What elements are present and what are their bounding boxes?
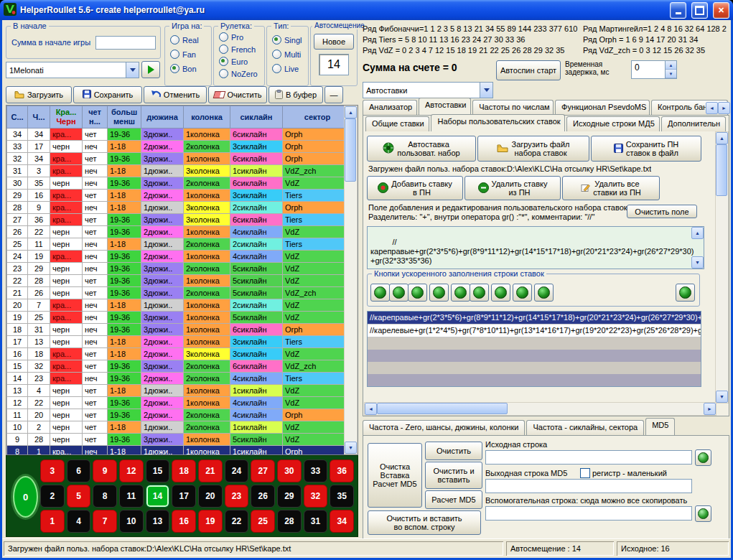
- load-button[interactable]: Загрузить: [6, 86, 72, 103]
- scroll-thumb[interactable]: [716, 144, 727, 196]
- board-number-31[interactable]: 31: [304, 510, 328, 533]
- board-number-27[interactable]: 27: [251, 459, 275, 482]
- spin-row[interactable]: 2419кра...неч19-362дюжи..1колонка4сиклай…: [7, 251, 353, 263]
- spin-row[interactable]: 1713черннеч1-182дюжи..1колонка3сиклайнTi…: [7, 336, 353, 348]
- spin-row[interactable]: 1120чернчет19-362дюжи..2колонка4сиклайнO…: [7, 409, 353, 421]
- board-number-14[interactable]: 14: [146, 485, 170, 508]
- undo-button[interactable]: Отменить: [144, 86, 207, 103]
- aux-string-input[interactable]: [485, 506, 692, 521]
- spin-row[interactable]: 2736кра...чет19-363дюжи..3колонка6сиклай…: [7, 214, 353, 226]
- spin-row[interactable]: 1423кра...неч19-362дюжи..2колонка4сиклай…: [7, 373, 353, 385]
- board-number-22[interactable]: 22: [225, 510, 249, 533]
- board-number-32[interactable]: 32: [304, 485, 328, 508]
- subtab-iskhodnye-stroki-md5[interactable]: Исходные строки МД5: [566, 116, 660, 131]
- subtab-dopolnitelno[interactable]: Дополнительн: [661, 116, 726, 131]
- scroll-up-icon[interactable]: [345, 106, 357, 118]
- spin-down-icon[interactable]: ▼: [666, 70, 676, 78]
- board-number-21[interactable]: 21: [198, 459, 223, 482]
- subtab-nabory-stavok[interactable]: Наборы пользовательских ставок: [431, 114, 565, 131]
- board-number-0[interactable]: 0: [13, 476, 38, 518]
- quick-fill-button[interactable]: [470, 284, 489, 302]
- radio-euro[interactable]: Euro: [219, 57, 248, 66]
- scroll-down-icon[interactable]: [345, 442, 357, 454]
- clear-field-button[interactable]: Очистить поле: [627, 205, 697, 218]
- spin-row[interactable]: 313кра...неч1-181дюжи..3колонка1сиклайнV…: [7, 165, 353, 177]
- board-number-16[interactable]: 16: [172, 510, 196, 533]
- spin-row[interactable]: 1831черннеч19-363дюжи..1колонка6сиклайнO…: [7, 324, 353, 336]
- bet-set-row[interactable]: //кареправые+gr(2*3*5*6)+gr(8*9*11*12)+g…: [368, 312, 701, 325]
- save-bet-file-button[interactable]: Сохранить ПН ставок в файл: [591, 136, 701, 162]
- board-number-28[interactable]: 28: [277, 510, 302, 533]
- md5-clear-paste-button[interactable]: Очистить и вставить: [425, 462, 482, 489]
- spin-row[interactable]: 1925кра...неч19-363дюжи..1колонка5сиклай…: [7, 312, 353, 324]
- quick-fill-button[interactable]: [534, 284, 554, 302]
- board-number-2[interactable]: 2: [40, 485, 65, 508]
- board-number-17[interactable]: 17: [172, 485, 196, 508]
- freqtab-md5[interactable]: MD5: [645, 418, 675, 435]
- table-vscrollbar[interactable]: [344, 106, 358, 454]
- spin-up-icon[interactable]: ▲: [666, 61, 676, 70]
- textarea-scroll-up-icon[interactable]: [691, 227, 704, 239]
- quick-fill-button[interactable]: [451, 284, 470, 302]
- board-number-23[interactable]: 23: [225, 485, 249, 508]
- load-bet-file-button[interactable]: Загрузить файл набора ставок: [477, 136, 589, 162]
- board-number-11[interactable]: 11: [119, 485, 144, 508]
- source-copy-button[interactable]: [695, 449, 711, 466]
- scroll-left-icon[interactable]: [365, 403, 377, 415]
- spin-row[interactable]: 1222чернчет19-362дюжи..1колонка4сиклайнV…: [7, 397, 353, 409]
- clear-paste-aux-button[interactable]: Очистить и вставить во вспом. строку: [368, 510, 481, 535]
- spin-row[interactable]: 289кра...неч1-181дюжи..3колонка2сиклайнO…: [7, 202, 353, 214]
- spin-row[interactable]: 928чернчет19-363дюжи..1колонка5сиклайнVd…: [7, 434, 353, 446]
- radio-nozero[interactable]: NoZero: [219, 69, 258, 78]
- board-number-12[interactable]: 12: [119, 459, 144, 482]
- panel-hscrollbar[interactable]: [364, 402, 716, 416]
- board-number-10[interactable]: 10: [119, 510, 144, 533]
- start-sum-input[interactable]: [95, 36, 156, 50]
- source-string-input[interactable]: [485, 450, 692, 465]
- spin-row[interactable]: 2622чернчет19-362дюжи..1колонка4сиклайнV…: [7, 226, 353, 238]
- spin-row[interactable]: 2916кра...чет1-182дюжи..1колонка3сиклайн…: [7, 190, 353, 202]
- clear-button[interactable]: Очистить: [208, 86, 267, 103]
- board-number-4[interactable]: 4: [67, 510, 91, 533]
- board-number-33[interactable]: 33: [304, 459, 328, 482]
- tabs-scroll-right-icon[interactable]: [718, 102, 730, 114]
- minimize-button[interactable]: [670, 2, 686, 19]
- board-number-20[interactable]: 20: [198, 485, 223, 508]
- scroll-thumb[interactable]: [345, 118, 356, 182]
- radio-live[interactable]: Live: [272, 64, 299, 73]
- radio-french[interactable]: French: [219, 45, 256, 54]
- dropdown-arrow-icon[interactable]: [126, 62, 139, 78]
- collapse-button[interactable]: —: [325, 86, 343, 103]
- spin-row[interactable]: 102чернчет1-181дюжи..2колонка1сиклайнVdZ: [7, 421, 353, 434]
- board-number-26[interactable]: 26: [251, 485, 275, 508]
- board-number-18[interactable]: 18: [172, 459, 196, 482]
- radio-pro[interactable]: Pro: [219, 32, 243, 42]
- textarea-scroll-down-icon[interactable]: [691, 256, 704, 269]
- scroll-thumb[interactable]: [377, 403, 508, 414]
- autospin-start-button[interactable]: Автоспин старт: [496, 60, 561, 80]
- board-number-24[interactable]: 24: [225, 459, 249, 482]
- board-number-30[interactable]: 30: [277, 459, 302, 482]
- spin-row[interactable]: 207кра...неч1-181дюжи..1колонка2сиклайнV…: [7, 299, 353, 312]
- quick-fill-button[interactable]: [408, 284, 427, 302]
- board-number-8[interactable]: 8: [93, 485, 117, 508]
- new-number-button[interactable]: Новое: [314, 34, 354, 50]
- spin-row[interactable]: 1532кра...чет19-363дюжи..2колонка6сиклай…: [7, 360, 353, 373]
- spin-row[interactable]: 81кра...неч1-181дюжи..1колонка1сиклайнOr…: [7, 446, 353, 456]
- scroll-up-icon[interactable]: [716, 132, 728, 144]
- spin-row[interactable]: 2126чернчет19-363дюжи..2колонка5сиклайнV…: [7, 287, 353, 299]
- spin-row[interactable]: 3234кра...чет19-363дюжи..1колонка6сиклай…: [7, 153, 353, 165]
- radio-bon[interactable]: Bon: [170, 64, 197, 73]
- output-string-input[interactable]: [485, 479, 692, 493]
- lowercase-checkbox[interactable]: [580, 468, 590, 478]
- bet-set-row[interactable]: //карелевые+gr(1*2*4*5)+gr(7*8*10*11)+gr…: [368, 325, 701, 337]
- quick-fill-button[interactable]: [676, 284, 695, 302]
- spin-row[interactable]: 2511черннеч1-181дюжи..2колонка2сиклайнTi…: [7, 238, 353, 251]
- radio-multi[interactable]: Multi: [272, 50, 301, 59]
- tab-funkcional-psevdoms[interactable]: Функционал PsevdoMS: [555, 100, 650, 115]
- quick-fill-button[interactable]: [429, 284, 449, 302]
- quick-fill-button[interactable]: [389, 284, 408, 302]
- spin-row[interactable]: 1618кра...чет1-182дюжи..3колонка3сиклайн…: [7, 348, 353, 360]
- board-number-29[interactable]: 29: [277, 485, 302, 508]
- subtab-obshchie-stavki[interactable]: Общие ставки: [365, 116, 429, 131]
